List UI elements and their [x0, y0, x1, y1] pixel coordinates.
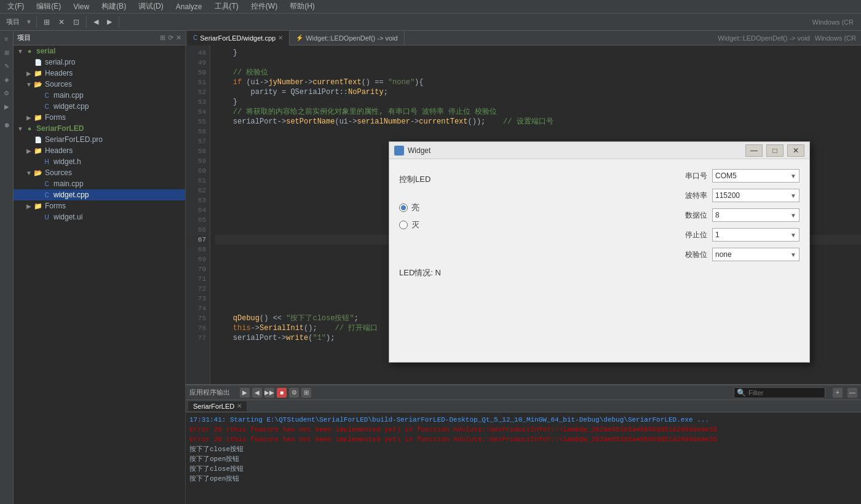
- tree-label-serial-pro: serial.pro: [45, 58, 75, 66]
- tree-node-sources1[interactable]: ▼ 📂 Sources: [14, 79, 185, 90]
- widget-close-button[interactable]: ✕: [787, 144, 804, 157]
- baud-value: 115200: [715, 191, 740, 200]
- folder-icon-sources1: 📂: [33, 81, 43, 89]
- gear-button[interactable]: ⚙: [289, 388, 299, 398]
- tree-node-seriar[interactable]: ▼ ● SeriarForLED: [14, 123, 185, 134]
- nav-back-button[interactable]: ◀: [90, 17, 102, 27]
- toolbar-filter-icon[interactable]: ⊞: [40, 17, 54, 28]
- ln-61: 61: [186, 176, 210, 186]
- tree-node-serial-pro[interactable]: 📄 serial.pro: [14, 57, 185, 68]
- menu-tools[interactable]: 工具(T): [210, 0, 244, 13]
- baud-select[interactable]: 115200 ▼: [712, 189, 800, 202]
- cpp-file-icon-4: C: [42, 192, 52, 199]
- menu-widgets[interactable]: 控件(W): [246, 0, 282, 13]
- menu-view[interactable]: View: [68, 1, 94, 12]
- sidebar-icon-2[interactable]: ⊞: [1, 47, 12, 58]
- check-form-row: 校验位 none ▼: [676, 248, 800, 261]
- tree-node-headers1[interactable]: ▶ 📁 Headers: [14, 68, 185, 79]
- tree-node-main-cpp-2[interactable]: C main.cpp: [14, 178, 185, 189]
- tab-led-open[interactable]: ⚡ Widget::LEDOpenDef() -> void: [290, 31, 404, 45]
- tree-node-seriar-pro[interactable]: 📄 SeriarForLED.pro: [14, 134, 185, 145]
- ui-file-icon: U: [42, 214, 52, 221]
- tree-filter-icon[interactable]: ⊞: [160, 34, 165, 42]
- project-dropdown[interactable]: 项目: [2, 16, 23, 28]
- widget-radio-on[interactable]: 亮: [399, 202, 652, 213]
- tree-header-icons: ⊞ ⟳ ✕: [160, 34, 181, 42]
- tree-node-widget-ui[interactable]: U widget.ui: [14, 211, 185, 222]
- toolbar-expand-icon[interactable]: ⊡: [69, 17, 83, 28]
- radio-off-circle[interactable]: [399, 221, 408, 229]
- data-select[interactable]: 8 ▼: [712, 208, 800, 222]
- ln-50: 50: [186, 68, 210, 77]
- tree-node-widget-h[interactable]: H widget.h: [14, 156, 185, 167]
- ln-58: 58: [186, 146, 210, 156]
- collapse-button[interactable]: —: [847, 388, 857, 398]
- run-button[interactable]: ▶: [240, 388, 250, 398]
- tree-label-main-cpp-1: main.cpp: [54, 91, 84, 100]
- tab-fn-icon: ⚡: [296, 34, 303, 41]
- tree-node-widget-cpp-2[interactable]: C widget.cpp: [14, 189, 185, 200]
- port-select[interactable]: COM5 ▼: [712, 169, 800, 183]
- ln-73: 73: [186, 294, 210, 304]
- widget-minimize-button[interactable]: —: [745, 144, 763, 157]
- editor-area: C SeriarForLED/widget.cpp ✕ ⚡ Widget::LE…: [186, 31, 861, 504]
- widget-dialog: Widget — □ ✕ 控制LED 亮: [389, 141, 810, 363]
- widget-radio-off[interactable]: 灭: [399, 219, 652, 230]
- tree-arrow-forms1: ▶: [25, 114, 33, 121]
- restart-button[interactable]: ▶▶: [264, 388, 274, 398]
- sidebar-icon-debug[interactable]: ▶: [1, 101, 12, 112]
- bottom-tab-close-icon[interactable]: ✕: [237, 403, 242, 409]
- check-select[interactable]: none ▼: [712, 248, 800, 261]
- stop-button[interactable]: ◀: [252, 388, 262, 398]
- toolbar-separator-1: [36, 17, 37, 28]
- toolbar: 项目 ▼ ⊞ ✕ ⊡ ◀ ▶ Windows (CR: [0, 14, 861, 31]
- menu-build[interactable]: 构建(B): [97, 0, 131, 13]
- tree-close-icon[interactable]: ✕: [176, 34, 181, 42]
- menu-help[interactable]: 帮助(H): [285, 0, 320, 13]
- sidebar-icon-4[interactable]: ◈: [1, 74, 12, 85]
- tree-node-main-cpp-1[interactable]: C main.cpp: [14, 90, 185, 101]
- toolbar-close-icon[interactable]: ✕: [55, 17, 68, 28]
- tree-node-forms2[interactable]: ▶ 📁 Forms: [14, 200, 185, 211]
- ln-67: 67: [186, 235, 210, 245]
- filter-input[interactable]: [748, 389, 822, 396]
- stop-run-button[interactable]: ■: [277, 388, 287, 398]
- tree-label-widget-cpp-2: widget.cpp: [54, 191, 89, 199]
- ln-70: 70: [186, 264, 210, 274]
- menu-debug[interactable]: 调试(D): [133, 0, 169, 13]
- tree-node-serial[interactable]: ▼ ● serial: [14, 45, 185, 57]
- ln-56: 56: [186, 127, 210, 136]
- tree-sync-icon[interactable]: ⟳: [168, 34, 173, 42]
- menu-edit[interactable]: 编辑(E): [31, 0, 66, 13]
- menu-file[interactable]: 文(F): [2, 0, 29, 13]
- nav-forward-button[interactable]: ▶: [103, 17, 116, 27]
- widget-body: 控制LED 亮 灭 LED情况: N: [389, 159, 809, 362]
- menu-analyze[interactable]: Analyze: [171, 1, 207, 12]
- tree-node-headers2[interactable]: ▶ 📁 Headers: [14, 145, 185, 156]
- filter-search-box[interactable]: 🔍: [734, 387, 825, 398]
- tree-node-sources2[interactable]: ▼ 📂 Sources: [14, 167, 185, 178]
- sidebar-icon-search[interactable]: ⊕: [1, 119, 12, 130]
- tab-widget-cpp[interactable]: C SeriarForLED/widget.cpp ✕: [187, 31, 290, 45]
- clear-button[interactable]: +: [833, 388, 843, 398]
- tab-close-button[interactable]: ✕: [278, 34, 283, 41]
- output-line-2: Error 20 (this feature has not been impl…: [189, 425, 857, 435]
- pro-file-icon: 📄: [33, 59, 43, 66]
- tree-header-title: 项目: [17, 33, 31, 42]
- sidebar-icon-3[interactable]: ✎: [1, 60, 12, 71]
- tree-label-widget-ui: widget.ui: [54, 213, 82, 221]
- radio-on-circle[interactable]: [399, 203, 408, 212]
- widget-restore-button[interactable]: □: [766, 144, 784, 157]
- tree-node-widget-cpp-1[interactable]: C widget.cpp: [14, 101, 185, 112]
- sidebar-icon-1[interactable]: ≡: [1, 33, 12, 44]
- ln-69: 69: [186, 254, 210, 264]
- stop-select[interactable]: 1 ▼: [712, 228, 800, 242]
- bottom-tab-seriar[interactable]: SeriarForLED ✕: [188, 401, 247, 411]
- code-line-55: serialPort->setPortName(ui->serialNumber…: [215, 117, 861, 127]
- tree-label-forms1: Forms: [45, 113, 66, 122]
- maximize-button[interactable]: ⊞: [301, 388, 311, 398]
- tree-node-forms1[interactable]: ▶ 📁 Forms: [14, 112, 185, 123]
- sidebar-icon-5[interactable]: ⚙: [1, 87, 12, 98]
- ln-51: 51: [186, 77, 210, 87]
- ln-62: 62: [186, 186, 210, 195]
